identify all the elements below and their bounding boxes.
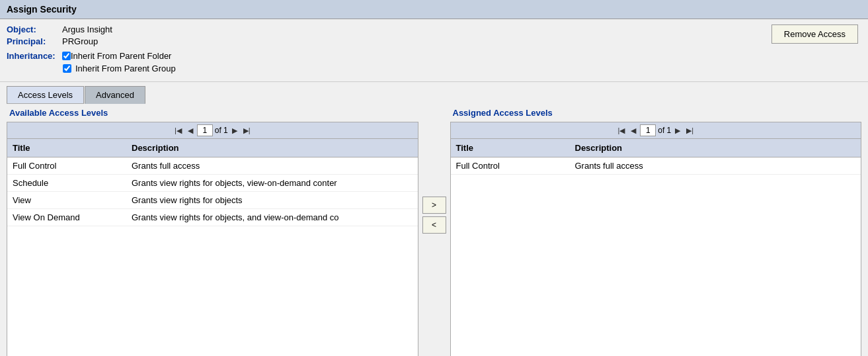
assigned-table-header: Title Description [451, 139, 861, 157]
header-section: Remove Access Object: Argus Insight Prin… [0, 19, 868, 82]
available-empty-space [7, 226, 418, 356]
inherit-parent-folder-label: Inherit From Parent Folder [71, 51, 171, 61]
available-last-page-btn[interactable]: ▶| [241, 126, 253, 136]
table-row[interactable]: Full Control Grants full access [7, 157, 418, 175]
available-of-label: of 1 [215, 126, 228, 135]
assigned-page-input[interactable] [640, 124, 656, 136]
available-col-title: Title [10, 142, 129, 154]
assigned-panel: |◀ ◀ of 1 ▶ ▶| Title Description Full Co… [450, 122, 862, 356]
available-row-1-title: Schedule [10, 177, 129, 189]
assigned-row-0-title: Full Control [454, 159, 572, 172]
move-right-button[interactable]: > [422, 197, 446, 214]
inheritance-line-2: Inherit From Parent Group [63, 64, 861, 73]
available-row-0-title: Full Control [10, 159, 129, 172]
available-prev-page-btn[interactable]: ◀ [186, 126, 195, 136]
assigned-next-page-btn[interactable]: ▶ [673, 126, 682, 136]
object-label: Object: [7, 24, 59, 34]
available-table-header: Title Description [7, 139, 418, 157]
remove-access-button[interactable]: Remove Access [771, 24, 858, 44]
inherit-parent-folder-checkbox[interactable] [62, 52, 71, 60]
available-row-3-title: View On Demand [10, 211, 129, 224]
content-area: Available Access Levels |◀ ◀ of 1 ▶ ▶| T… [0, 104, 868, 356]
tab-access-levels-label: Access Levels [18, 90, 73, 100]
available-row-3-desc: Grants view rights for objects, and view… [129, 211, 415, 224]
assigned-last-page-btn[interactable]: ▶| [684, 126, 695, 136]
move-left-button[interactable]: < [422, 216, 446, 234]
available-pagination-bar: |◀ ◀ of 1 ▶ ▶| [7, 122, 418, 139]
available-panel-wrap: Available Access Levels |◀ ◀ of 1 ▶ ▶| T… [7, 104, 418, 356]
available-row-2-title: View [10, 194, 129, 206]
tab-advanced[interactable]: Advanced [85, 86, 145, 104]
table-row[interactable]: View On Demand Grants view rights for ob… [7, 209, 418, 226]
available-panel: |◀ ◀ of 1 ▶ ▶| Title Description Full Co… [7, 122, 418, 356]
object-value: Argus Insight [62, 24, 112, 34]
assigned-first-page-btn[interactable]: |◀ [615, 126, 627, 136]
assigned-panel-wrap: Assigned Access Levels |◀ ◀ of 1 ▶ ▶| Ti… [450, 104, 862, 356]
available-row-2-desc: Grants view rights for objects [129, 194, 415, 206]
principal-row: Principal: PRGroup [7, 36, 771, 46]
inherit-parent-group-label: Inherit From Parent Group [75, 64, 176, 73]
inheritance-block: Inheritance: Inherit From Parent Folder … [7, 48, 861, 79]
available-first-page-btn[interactable]: |◀ [173, 126, 184, 136]
available-row-0-desc: Grants full access [129, 159, 415, 172]
assigned-pagination-bar: |◀ ◀ of 1 ▶ ▶| [451, 122, 861, 139]
title-bar: Assign Security [0, 0, 868, 19]
inheritance-line-1: Inheritance: Inherit From Parent Folder [7, 51, 861, 61]
tab-access-levels[interactable]: Access Levels [7, 86, 84, 104]
principal-value: PRGroup [62, 36, 98, 46]
inherit-parent-group-checkbox[interactable] [63, 64, 71, 73]
assigned-col-description: Description [572, 142, 859, 154]
tab-advanced-label: Advanced [96, 90, 134, 100]
assigned-prev-page-btn[interactable]: ◀ [629, 126, 638, 136]
assigned-col-title: Title [454, 142, 572, 154]
table-row[interactable]: Schedule Grants view rights for objects,… [7, 175, 418, 192]
table-row[interactable]: Full Control Grants full access [451, 157, 861, 175]
inheritance-label: Inheritance: [7, 51, 59, 61]
table-row[interactable]: View Grants view rights for objects [7, 192, 418, 209]
page-container: Assign Security Remove Access Object: Ar… [0, 0, 868, 356]
middle-buttons: > < [418, 104, 450, 234]
object-row: Object: Argus Insight [7, 24, 771, 34]
available-next-page-btn[interactable]: ▶ [230, 126, 239, 136]
available-col-description: Description [129, 142, 415, 154]
assigned-row-0-desc: Grants full access [572, 159, 859, 172]
available-page-input[interactable] [197, 124, 213, 136]
available-panel-title: Available Access Levels [7, 104, 418, 122]
assigned-empty-space [451, 175, 861, 356]
principal-label: Principal: [7, 36, 59, 46]
available-row-1-desc: Grants view rights for objects, view-on-… [129, 177, 415, 189]
assigned-panel-title: Assigned Access Levels [450, 104, 862, 122]
tabs-section: Access Levels Advanced [0, 82, 868, 104]
page-title: Assign Security [7, 4, 77, 15]
assigned-of-label: of 1 [658, 126, 671, 135]
